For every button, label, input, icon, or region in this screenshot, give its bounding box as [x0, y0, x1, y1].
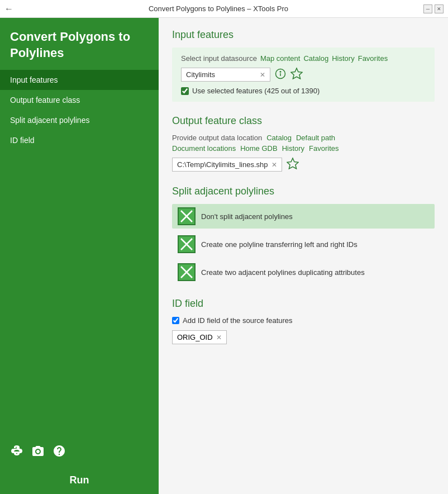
catalog-link-input[interactable]: Catalog	[303, 54, 328, 63]
use-selected-row: Use selected features (425 out of 1390)	[181, 87, 426, 95]
output-links-row1: Provide output data location Catalog Def…	[172, 134, 435, 142]
svg-point-2	[280, 71, 281, 72]
output-feature-class-title: Output feature class	[172, 115, 435, 127]
output-links-row2: Document locations Home GDB History Favo…	[172, 144, 435, 153]
favorites-link-input[interactable]: Favorites	[358, 54, 388, 63]
input-features-title: Input features	[172, 29, 435, 41]
use-selected-checkbox[interactable]	[181, 87, 189, 95]
datasource-links-row: Select input datasource Map content Cata…	[181, 54, 426, 63]
provide-label: Provide output data location	[172, 134, 262, 142]
output-field-row: C:\Temp\Citylimits_lines.shp ✕	[172, 157, 435, 172]
back-icon[interactable]: ←	[4, 4, 13, 14]
use-selected-label: Use selected features (425 out of 1390)	[192, 87, 320, 95]
input-features-panel: Select input datasource Map content Cata…	[172, 48, 435, 102]
sidebar-icons-bar	[0, 439, 159, 467]
title-bar-left: ←	[4, 4, 13, 14]
split-option-no-split-label: Don't split adjacent polylines	[201, 212, 293, 221]
id-field-tag: ORIG_OID ✕	[172, 330, 227, 344]
input-clear-button[interactable]: ✕	[260, 71, 265, 79]
run-button[interactable]: Run	[0, 467, 159, 494]
sidebar-item-id-field[interactable]: ID field	[0, 130, 159, 150]
split-option-two-polylines-label: Create two adjacent polylines duplicatin…	[201, 268, 365, 277]
id-field-section: ID field Add ID field of the source feat…	[172, 298, 435, 344]
python-icon[interactable]	[10, 444, 23, 461]
sidebar-item-split-adjacent-polylines[interactable]: Split adjacent polylines	[0, 110, 159, 130]
datasource-label: Select input datasource	[181, 54, 257, 63]
history-link-input[interactable]: History	[332, 54, 354, 63]
home-gdb-link[interactable]: Home GDB	[240, 144, 277, 153]
split-option-two-polylines[interactable]: Create two adjacent polylines duplicatin…	[172, 260, 435, 284]
split-option-one-polyline[interactable]: Create one polyline transferring left an…	[172, 232, 435, 256]
title-bar: ← Convert Polygons to Polylines – XTools…	[0, 0, 448, 18]
output-clear-button[interactable]: ✕	[271, 161, 277, 169]
split-options-list: Don't split adjacent polylines Create on…	[172, 204, 435, 284]
star-icon-output[interactable]	[287, 157, 299, 172]
favorites-link-output[interactable]: Favorites	[309, 144, 339, 153]
split-adjacent-polylines-section: Split adjacent polylines Don't split adj…	[172, 186, 435, 284]
document-locations-link[interactable]: Document locations	[172, 144, 236, 153]
help-icon[interactable]	[53, 444, 66, 461]
sidebar-item-input-features[interactable]: Input features	[0, 70, 159, 90]
id-field-tag-value: ORIG_OID	[177, 333, 213, 341]
sidebar-title: Convert Polygons toPolylines	[0, 18, 159, 70]
id-checkbox[interactable]	[172, 317, 179, 324]
split-icon-no-split	[178, 207, 196, 225]
id-field-tag-clear[interactable]: ✕	[216, 334, 222, 341]
sidebar-nav: Input features Output feature class Spli…	[0, 70, 159, 439]
minimize-button[interactable]: ─	[423, 4, 432, 13]
camera-icon[interactable]	[31, 444, 45, 461]
split-icon-two-polylines	[178, 263, 196, 281]
id-checkbox-row: Add ID field of the source features	[172, 316, 435, 325]
close-button[interactable]: ✕	[435, 4, 444, 13]
window-controls: ─ ✕	[423, 4, 444, 13]
info-icon[interactable]	[275, 68, 286, 82]
main-layout: Convert Polygons toPolylines Input featu…	[0, 18, 448, 494]
sidebar-item-output-feature-class[interactable]: Output feature class	[0, 90, 159, 110]
id-field-title: ID field	[172, 298, 435, 310]
default-path-link[interactable]: Default path	[296, 134, 335, 142]
star-icon-input[interactable]	[290, 67, 303, 82]
window-title: Convert Polygons to Polylines – XTools P…	[13, 4, 423, 13]
input-features-section: Input features Select input datasource M…	[172, 29, 435, 102]
map-content-link[interactable]: Map content	[260, 54, 301, 63]
input-datasource-value: Citylimits	[186, 70, 256, 79]
split-adjacent-polylines-title: Split adjacent polylines	[172, 186, 435, 197]
id-checkbox-label: Add ID field of the source features	[183, 316, 293, 325]
history-link-output[interactable]: History	[282, 144, 304, 153]
sidebar: Convert Polygons toPolylines Input featu…	[0, 18, 159, 494]
output-feature-class-section: Output feature class Provide output data…	[172, 115, 435, 172]
input-datasource-field[interactable]: Citylimits ✕	[181, 68, 270, 82]
input-field-row: Citylimits ✕	[181, 67, 426, 82]
catalog-link-output[interactable]: Catalog	[266, 134, 292, 142]
split-option-no-split[interactable]: Don't split adjacent polylines	[172, 204, 435, 229]
content-area: Input features Select input datasource M…	[159, 18, 448, 494]
svg-marker-3	[291, 68, 302, 79]
split-option-one-polyline-label: Create one polyline transferring left an…	[201, 240, 358, 249]
svg-marker-4	[287, 158, 298, 169]
output-datasource-field[interactable]: C:\Temp\Citylimits_lines.shp ✕	[172, 158, 282, 172]
split-icon-one-polyline	[178, 235, 196, 253]
output-datasource-value: C:\Temp\Citylimits_lines.shp	[177, 160, 268, 169]
